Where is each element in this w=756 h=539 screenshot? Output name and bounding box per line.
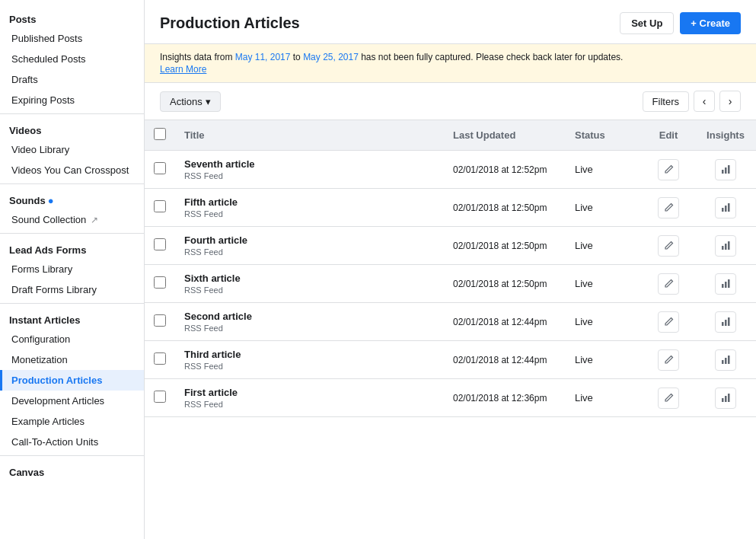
edit-button[interactable] (658, 388, 679, 409)
sidebar-item-expiring-posts[interactable]: Expiring Posts (0, 90, 144, 110)
pencil-icon (664, 164, 674, 174)
table-row: Seventh article RSS Feed 02/01/2018 at 1… (145, 151, 756, 189)
sidebar-item-development-articles[interactable]: Development Articles (0, 391, 144, 411)
sidebar-item-forms-library[interactable]: Forms Library (0, 259, 144, 279)
sidebar-section-videos: Videos (0, 117, 144, 139)
create-button[interactable]: + Create (680, 12, 741, 34)
row-checkbox-cell (145, 227, 175, 265)
setup-button[interactable]: Set Up (620, 12, 674, 34)
row-checkbox-cell (145, 189, 175, 227)
row-checkbox-1[interactable] (154, 200, 166, 212)
sidebar-item-label: Call-To-Action Units (11, 436, 98, 448)
article-title: Sixth article (184, 273, 435, 284)
external-link-icon: ↗ (91, 215, 98, 225)
row-status-cell: Live (566, 265, 642, 303)
row-edit-cell (642, 379, 695, 417)
sidebar-item-scheduled-posts[interactable]: Scheduled Posts (0, 49, 144, 69)
next-page-button[interactable]: › (719, 91, 741, 112)
insights-button[interactable] (715, 273, 736, 295)
svg-rect-11 (728, 279, 730, 288)
row-checkbox-cell (145, 151, 175, 189)
row-checkbox-2[interactable] (154, 238, 166, 250)
insights-button[interactable] (715, 349, 736, 371)
row-checkbox-3[interactable] (154, 276, 166, 289)
prev-page-button[interactable]: ‹ (694, 91, 715, 112)
bar-chart-icon (721, 241, 731, 250)
insights-button[interactable] (715, 388, 736, 409)
row-updated-cell: 02/01/2018 at 12:36pm (444, 379, 566, 417)
column-header-status: Status (566, 120, 642, 151)
edit-button[interactable] (658, 235, 679, 257)
divider (0, 455, 144, 456)
edit-button[interactable] (658, 273, 679, 295)
row-checkbox-0[interactable] (154, 162, 166, 174)
pencil-icon (664, 355, 674, 365)
svg-rect-7 (725, 244, 727, 250)
row-edit-cell (642, 341, 695, 379)
learn-more-link[interactable]: Learn More (160, 64, 741, 75)
actions-button[interactable]: Actions ▾ (160, 91, 221, 112)
row-checkbox-cell (145, 379, 175, 417)
svg-rect-3 (722, 208, 724, 212)
row-checkbox-6[interactable] (154, 391, 166, 403)
sidebar-item-videos-crosspost[interactable]: Videos You Can Crosspost (0, 160, 144, 180)
article-source: RSS Feed (184, 362, 435, 371)
sidebar-item-example-articles[interactable]: Example Articles (0, 411, 144, 432)
edit-button[interactable] (658, 311, 679, 333)
article-title: Fifth article (184, 196, 435, 208)
edit-button[interactable] (658, 197, 679, 218)
sidebar-item-label: Scheduled Posts (11, 53, 86, 65)
article-source: RSS Feed (184, 285, 435, 295)
insights-button[interactable] (715, 235, 736, 257)
filters-button[interactable]: Filters (643, 91, 689, 112)
last-updated-value: 02/01/2018 at 12:44pm (453, 355, 557, 365)
actions-label: Actions (170, 96, 203, 107)
sidebar-item-sound-collection[interactable]: Sound Collection ↗ (0, 209, 144, 230)
alert-text: Insights data from May 11, 2017 to May 2… (160, 52, 623, 62)
row-title-cell: First article RSS Feed (175, 379, 444, 417)
edit-button[interactable] (658, 349, 679, 371)
pencil-icon (664, 241, 674, 250)
status-badge: Live (575, 316, 593, 327)
row-insights-cell (695, 303, 756, 341)
dropdown-arrow-icon: ▾ (206, 96, 211, 107)
last-updated-value: 02/01/2018 at 12:50pm (453, 203, 557, 213)
main-content: Production Articles Set Up + Create Insi… (145, 0, 756, 539)
row-checkbox-5[interactable] (154, 352, 166, 365)
sidebar-item-draft-forms-library[interactable]: Draft Forms Library (0, 279, 144, 300)
status-badge: Live (575, 202, 593, 213)
insights-button[interactable] (715, 159, 736, 180)
row-updated-cell: 02/01/2018 at 12:44pm (444, 303, 566, 341)
sidebar-section-canvas: Canvas (0, 459, 144, 481)
pencil-icon (664, 203, 674, 212)
sidebar-item-label: Drafts (11, 74, 38, 85)
sidebar-item-published-posts[interactable]: Published Posts (0, 28, 144, 49)
edit-button[interactable] (658, 159, 679, 180)
select-all-checkbox[interactable] (154, 128, 166, 140)
divider (0, 113, 144, 114)
sidebar-item-monetization[interactable]: Monetization (0, 349, 144, 370)
header-buttons: Set Up + Create (620, 12, 741, 34)
articles-table-wrapper: Title Last Updated Status Edit Insights … (145, 120, 756, 417)
insights-button[interactable] (715, 197, 736, 218)
chevron-right-icon: › (729, 95, 732, 107)
sidebar-item-production-articles[interactable]: Production Articles (0, 370, 144, 391)
sidebar-item-label: Production Articles (11, 375, 102, 386)
divider (0, 183, 144, 184)
sidebar-item-drafts[interactable]: Drafts (0, 69, 144, 90)
svg-rect-18 (722, 398, 724, 402)
row-status-cell: Live (566, 189, 642, 227)
article-title: Seventh article (184, 158, 435, 170)
insights-button[interactable] (715, 311, 736, 333)
article-source: RSS Feed (184, 324, 435, 333)
row-checkbox-4[interactable] (154, 314, 166, 327)
sidebar-section-lead-ads: Lead Ads Forms (0, 237, 144, 259)
articles-table: Title Last Updated Status Edit Insights … (145, 120, 756, 417)
row-insights-cell (695, 151, 756, 189)
sidebar-item-cta-units[interactable]: Call-To-Action Units (0, 432, 144, 452)
row-updated-cell: 02/01/2018 at 12:44pm (444, 341, 566, 379)
sidebar-item-video-library[interactable]: Video Library (0, 139, 144, 160)
table-row: Fifth article RSS Feed 02/01/2018 at 12:… (145, 189, 756, 227)
sidebar-item-configuration[interactable]: Configuration (0, 329, 144, 349)
row-edit-cell (642, 227, 695, 265)
